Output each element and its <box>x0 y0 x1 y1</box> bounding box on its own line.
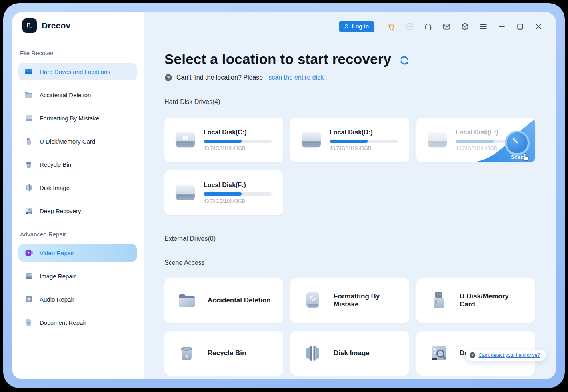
scan-entire-disk-link[interactable]: scan the entire disk <box>268 74 324 81</box>
hard-disk-section-label: Hard Disk Drives(4) <box>164 98 556 106</box>
sidebar-item-label: Recycle Bin <box>40 161 71 168</box>
drive-size: 43.74GB/119.43GB <box>330 146 398 151</box>
capacity-bar <box>330 140 398 143</box>
nav-section-file-recover: File Recover <box>20 50 144 56</box>
hard-drive-icon <box>175 131 196 149</box>
drive-card-f[interactable]: Local Disk(F:) 43.74GB/119.43GB <box>164 170 283 215</box>
hard-drive-help-pill[interactable]: ? Can't detect your hard drive? <box>466 350 546 361</box>
hard-drive-icon <box>24 67 34 76</box>
user-icon <box>343 23 350 30</box>
drive-name: Local Disk(E:) <box>456 129 524 136</box>
page-title: Select a location to start recovery <box>164 51 391 67</box>
drive-name: Local Disk(C:) <box>204 129 272 136</box>
format-disk-icon <box>24 113 34 123</box>
sidebar-item-udisk[interactable]: U Disk/Memory Card <box>18 132 137 150</box>
sidebar-item-document-repair[interactable]: Document Repair <box>18 314 137 331</box>
sidebar-item-image-repair[interactable]: Image Repair <box>18 267 137 285</box>
sidebar-item-label: U Disk/Memory Card <box>40 138 95 145</box>
video-repair-icon <box>24 248 34 258</box>
cursor-icon <box>522 153 530 162</box>
topbar: Log in <box>164 12 556 34</box>
sidebar-item-label: Hard Drives and Locations <box>40 68 110 75</box>
recycle-bin-icon <box>24 160 34 169</box>
scene-grid: Accidental Deletion Formatting By Mistak… <box>164 278 556 376</box>
minimize-button[interactable] <box>497 22 506 31</box>
maximize-button[interactable] <box>515 22 525 31</box>
formatting-icon <box>302 290 323 311</box>
folder-icon <box>24 90 34 100</box>
scene-card-recycle-bin[interactable]: Recycle Bin <box>164 331 283 376</box>
usb-drive-icon <box>428 290 449 311</box>
sidebar-item-deep-recovery[interactable]: Deep Recovery <box>18 202 137 220</box>
accidental-deletion-icon <box>176 290 197 311</box>
login-button[interactable]: Log in <box>339 21 374 32</box>
mail-icon[interactable] <box>442 22 451 31</box>
headset-icon[interactable] <box>423 22 433 31</box>
sidebar-item-label: Disk Image <box>40 184 70 191</box>
help-row: ? Can’t find the location? Please scan t… <box>164 74 556 82</box>
scene-card-udisk[interactable]: U Disk/Memory Card <box>416 278 535 323</box>
drive-size: 43.74GB/119.43GB <box>204 198 272 204</box>
sidebar-item-hard-drives[interactable]: Hard Drives and Locations <box>18 63 137 80</box>
drive-grid: Local Disk(C:) 43.74GB/119.43GB <box>164 118 556 215</box>
drive-card-e[interactable]: Local Disk(E:) 43.74GB/119.43GB Scan <box>416 118 535 162</box>
hard-drive-icon <box>427 131 448 149</box>
sidebar-item-label: Video Repair <box>40 250 74 256</box>
deep-recovery-icon <box>428 343 449 364</box>
drive-name: Local Disk(D:) <box>330 129 398 136</box>
app-window: Drecov File Recover Hard Drives and Loca… <box>12 12 556 379</box>
refresh-icon[interactable] <box>398 54 410 66</box>
scan-label: Scan <box>511 154 524 160</box>
scene-card-formatting[interactable]: Formatting By Mistake <box>290 278 409 323</box>
sidebar-item-video-repair[interactable]: Video Repair <box>18 244 137 262</box>
question-icon: ? <box>469 352 476 358</box>
deep-recovery-icon <box>24 206 34 216</box>
menu-icon[interactable] <box>478 22 488 31</box>
hard-drive-icon <box>175 184 196 202</box>
sidebar-item-label: Image Repair <box>40 273 76 280</box>
sidebar-item-label: Formatting By Mistake <box>40 115 99 122</box>
help-text: Can’t find the location? Please <box>176 74 263 81</box>
usb-icon <box>24 136 34 146</box>
sidebar-item-accidental-deletion[interactable]: Accidental Deletion <box>18 86 137 104</box>
sidebar-item-audio-repair[interactable]: Audio Repair <box>18 290 137 308</box>
svg-text:?: ? <box>471 353 474 357</box>
close-button[interactable] <box>534 22 543 31</box>
scene-card-disk-image[interactable]: Disk Image <box>290 331 409 376</box>
sidebar-item-label: Audio Repair <box>40 296 74 303</box>
cant-detect-drive-link[interactable]: Can't detect your hard drive? <box>478 352 540 358</box>
app-logo-icon <box>22 18 37 33</box>
drive-size: 43.74GB/119.43GB <box>456 146 524 151</box>
capacity-bar <box>456 140 524 143</box>
drive-size: 43.74GB/119.43GB <box>204 146 272 151</box>
signin-icon[interactable] <box>405 22 414 31</box>
image-repair-icon <box>24 271 34 281</box>
drive-card-c[interactable]: Local Disk(C:) 43.74GB/119.43GB <box>164 118 283 162</box>
sidebar-item-recycle-bin[interactable]: Recycle Bin <box>18 156 137 173</box>
disk-image-icon <box>24 183 34 192</box>
scene-card-label: Recycle Bin <box>208 349 246 357</box>
scene-card-accidental-deletion[interactable]: Accidental Deletion <box>164 278 283 323</box>
sidebar-item-formatting[interactable]: Formatting By Mistake <box>18 109 137 127</box>
capacity-bar <box>204 192 272 196</box>
scene-card-label: Formatting By Mistake <box>334 292 400 308</box>
external-drives-section-label: External Drives(0) <box>164 235 556 242</box>
recycle-bin-icon <box>176 343 197 364</box>
scene-access-section-label: Scene Access <box>164 259 556 266</box>
scene-card-label: Accidental Deletion <box>208 296 271 304</box>
help-suffix: . <box>325 74 327 81</box>
package-icon[interactable] <box>460 22 470 31</box>
sidebar-item-label: Accidental Deletion <box>40 92 91 98</box>
sidebar-item-label: Document Repair <box>40 319 86 326</box>
nav-section-advanced-repair: Advanced Repair <box>20 231 144 238</box>
drive-name: Local Disk(F:) <box>204 182 272 189</box>
document-repair-icon <box>24 318 34 327</box>
drive-card-d[interactable]: Local Disk(D:) 43.74GB/119.43GB <box>290 118 409 162</box>
scene-card-label: Disk Image <box>334 349 370 357</box>
app-logo: Drecov <box>12 12 144 33</box>
hard-drive-icon <box>301 131 322 149</box>
sidebar-item-disk-image[interactable]: Disk Image <box>18 179 137 196</box>
cart-icon[interactable] <box>386 22 396 31</box>
main-content: Log in <box>144 12 556 379</box>
disk-image-icon <box>302 343 323 364</box>
